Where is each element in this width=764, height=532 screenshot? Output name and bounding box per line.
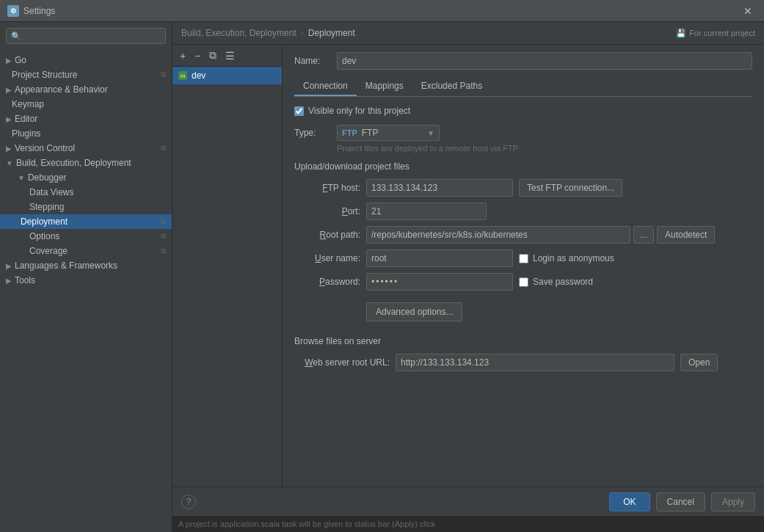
search-input[interactable] [24,31,161,41]
tab-connection[interactable]: Connection [294,77,357,96]
sidebar-item-coverage-label: Coverage [29,246,68,256]
cancel-button[interactable]: Cancel [656,492,705,511]
name-label: Name: [294,56,331,66]
chevron-right-icon-vc: ▶ [6,145,12,153]
sidebar-item-stepping-label: Stepping [29,202,64,212]
test-connection-button[interactable]: Test FTP connection... [519,179,622,197]
ftp-host-input[interactable] [366,179,513,197]
add-server-button[interactable]: + [177,48,189,63]
copy-icon-vc: ⧉ [161,144,166,153]
settings-window: ⚙ Settings ✕ 🔍 ▶ Go Project Structure ⧉ [0,0,764,532]
title-bar: ⚙ Settings ✕ [0,0,764,22]
sidebar-item-plugins-label: Plugins [12,128,40,139]
web-server-input[interactable] [396,354,674,371]
password-input[interactable] [366,273,513,291]
password-row: Password: Save password [294,273,752,291]
sidebar-item-tools-label: Tools [15,275,35,285]
apply-button[interactable]: Apply [711,492,755,511]
visible-only-label: Visible only for this project [308,106,410,116]
copy-icon-deployment: ⧉ [161,217,166,226]
tabs: Connection Mappings Excluded Paths [294,77,752,97]
sidebar-item-debugger[interactable]: ▼ Debugger [0,170,172,185]
sidebar-item-editor[interactable]: ▶ Editor [0,112,172,126]
port-input[interactable] [366,203,487,220]
sidebar-item-go[interactable]: ▶ Go [0,53,172,68]
server-item-name: dev [192,70,205,81]
sidebar-item-build[interactable]: ▼ Build, Execution, Deployment [0,156,172,170]
sidebar-item-data-views-label: Data Views [29,187,73,197]
main-panel: Build, Execution, Deployment › Deploymen… [172,22,764,532]
port-label: Port: [294,206,360,216]
chevron-right-icon-lang: ▶ [6,262,12,270]
search-icon: 🔍 [11,32,21,41]
visible-only-checkbox[interactable] [294,106,304,116]
tab-excluded-paths[interactable]: Excluded Paths [412,77,491,96]
remove-server-button[interactable]: − [192,48,203,63]
sidebar-item-project-structure[interactable]: Project Structure ⧉ [0,68,172,82]
close-button[interactable]: ✕ [739,4,757,18]
type-text: FTP [362,128,423,138]
autodetect-button[interactable]: Autodetect [657,226,715,244]
sidebar-item-stepping[interactable]: Stepping [0,200,172,214]
sidebar-item-deployment[interactable]: Deployment ⧉ [0,214,172,229]
sidebar-item-build-label: Build, Execution, Deployment [16,158,131,168]
visible-only-row: Visible only for this project [294,106,752,116]
sidebar-item-keymap-label: Keymap [12,99,44,109]
browse-path-button[interactable]: ... [633,226,654,244]
type-row: Type: FTP FTP ▼ [294,125,752,141]
save-password-checkbox[interactable] [519,277,528,287]
help-button[interactable]: ? [181,495,196,509]
sidebar-item-project-structure-label: Project Structure [12,70,77,80]
breadcrumb-deployment: Deployment [308,28,355,38]
main-content: 🔍 ▶ Go Project Structure ⧉ ▶ Appearance … [0,22,764,532]
deployment-area: + − ⧉ ☰ m dev Name: [172,45,764,487]
root-path-input[interactable] [366,226,630,244]
type-select[interactable]: FTP FTP ▼ [337,125,440,141]
save-password-label: Save password [533,277,593,287]
bottom-buttons: OK Cancel Apply [609,492,755,511]
server-list: + − ⧉ ☰ m dev [172,45,283,487]
tab-mappings[interactable]: Mappings [357,77,412,96]
root-path-row: Root path: ... Autodetect [294,226,752,244]
sidebar-item-keymap[interactable]: Keymap [0,97,172,112]
root-path-wrapper: ... Autodetect [366,226,715,244]
open-button[interactable]: Open [680,354,718,371]
status-text: A project is application.scala task will… [178,520,435,528]
sidebar-item-data-views[interactable]: Data Views [0,185,172,200]
advanced-options-button[interactable]: Advanced options... [366,302,462,321]
browse-section-header: Browse files on server [294,336,752,346]
user-name-input[interactable] [366,249,513,267]
name-row: Name: [294,52,752,70]
sidebar-item-appearance-label: Appearance & Behavior [15,84,108,95]
chevron-right-icon-tools: ▶ [6,277,12,285]
chevron-down-icon: ▼ [427,129,434,137]
status-bar: A project is application.scala task will… [172,516,764,532]
sidebar-item-plugins[interactable]: Plugins [0,126,172,141]
copy-server-button[interactable]: ⧉ [206,48,219,63]
name-input[interactable] [337,52,752,70]
ok-button[interactable]: OK [609,492,650,511]
window-title: Settings [23,6,739,16]
sidebar-item-version-control[interactable]: ▶ Version Control ⧉ [0,141,172,156]
server-item-dev[interactable]: m dev [172,67,282,84]
sidebar-item-languages[interactable]: ▶ Languages & Frameworks [0,258,172,273]
web-server-row: Web server root URL: Open [294,354,752,371]
server-icon: m [178,71,187,80]
sidebar-item-options[interactable]: Options ⧉ [0,229,172,244]
sidebar-item-tools[interactable]: ▶ Tools [0,273,172,288]
sidebar-item-coverage[interactable]: Coverage ⧉ [0,244,172,258]
chevron-right-icon: ▶ [6,57,12,65]
login-anonymous-checkbox[interactable] [519,254,528,263]
breadcrumb-sep: › [301,28,304,38]
move-server-button[interactable]: ☰ [222,48,238,63]
password-label: Password: [294,277,360,287]
config-form: Name: Connection Mappings Excluded Paths… [283,45,764,487]
chevron-down-icon-build: ▼ [6,159,13,167]
breadcrumb-build: Build, Execution, Deployment [181,28,296,38]
search-box[interactable]: 🔍 [6,28,166,44]
project-icon: 💾 [676,29,686,38]
copy-icon-options: ⧉ [161,232,166,241]
sidebar-item-appearance[interactable]: ▶ Appearance & Behavior [0,82,172,97]
port-row: Port: [294,203,752,220]
sidebar-item-debugger-label: Debugger [28,172,67,183]
